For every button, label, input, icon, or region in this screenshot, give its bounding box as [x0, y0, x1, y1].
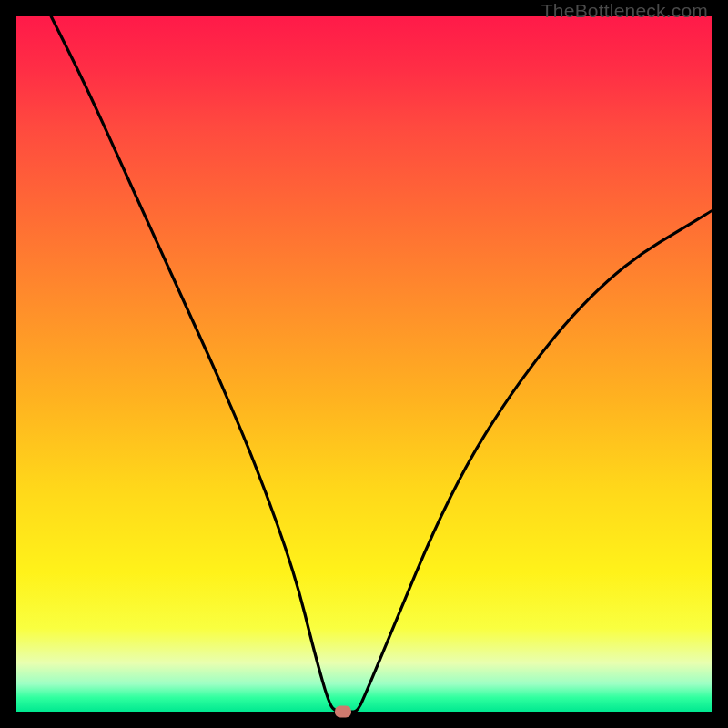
watermark-text: TheBottleneck.com	[541, 0, 708, 22]
chart-frame: TheBottleneck.com	[0, 0, 728, 728]
curve-path	[51, 16, 712, 712]
bottleneck-curve	[16, 16, 712, 712]
optimal-point-marker	[335, 706, 351, 718]
plot-area	[16, 16, 712, 712]
